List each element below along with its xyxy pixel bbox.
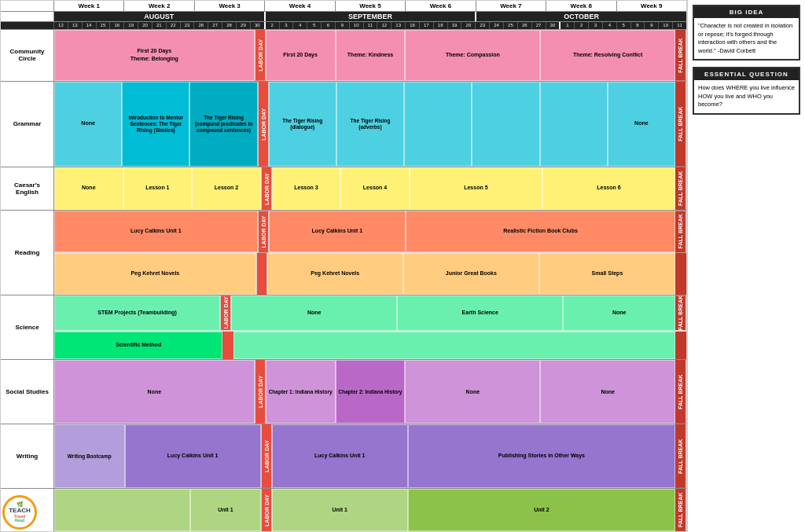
date: 19: [448, 22, 462, 29]
math-unit1-label: Unit 1: [190, 489, 261, 531]
october-header: OCTOBER: [476, 12, 686, 21]
big-idea-box: BIG IDEA "Character is not created in is…: [693, 5, 800, 61]
date: 23: [181, 22, 195, 29]
subject-writing: Writing: [1, 424, 54, 488]
date: 8: [631, 22, 645, 29]
date: 4: [293, 22, 307, 29]
science-earth-science: Earth Science: [397, 295, 563, 330]
week-3: Week 3: [195, 1, 265, 11]
date: 27: [208, 22, 222, 29]
date: 9: [645, 22, 659, 29]
essential-question-box: ESSENTIAL QUESTION How does WHERE you li…: [693, 67, 800, 115]
science-content: STEM Projects (Teambuilding) LABOR DAY N…: [54, 295, 686, 359]
curriculum-grid: Week 1 Week 2 Week 3 Week 4 Week 5 Week …: [0, 0, 687, 532]
week-7: Week 7: [476, 1, 546, 11]
date: 11: [673, 22, 686, 29]
week-8: Week 8: [546, 1, 616, 11]
big-idea-title: BIG IDEA: [694, 6, 799, 18]
date: 26: [194, 22, 208, 29]
writing-labor-day: LABOR DAY: [261, 424, 272, 488]
ss-fall-break: FALL BREAK: [675, 360, 686, 424]
corner-cell: [1, 1, 54, 11]
date: 10: [350, 22, 364, 29]
subject-math: Math 🌿 TEACH Travel Read: [1, 489, 54, 531]
community-circle-content: First 20 Days Theme: Belonging LABOR DAY…: [54, 30, 686, 81]
month-corner: [1, 12, 54, 21]
right-panel: BIG IDEA "Character is not created in is…: [687, 0, 805, 532]
date: 3: [280, 22, 294, 29]
date: 10: [659, 22, 673, 29]
date: 16: [406, 22, 420, 29]
date: 21: [153, 22, 167, 29]
social-studies-content: None LABOR DAY Chapter 1: Indiana Histor…: [54, 360, 686, 424]
date: 20: [461, 22, 476, 29]
week-4: Week 4: [265, 1, 335, 11]
date: 13: [68, 22, 83, 29]
date: 30: [251, 22, 266, 29]
reading-lucy-1: Lucy Calkins Unit 1: [54, 211, 258, 252]
reading-small-steps: Small Steps: [539, 253, 675, 295]
ce-lesson6: Lesson 6: [542, 167, 675, 210]
date: 27: [532, 22, 546, 29]
subject-caesars-english: Caesar's English: [1, 167, 54, 210]
ss-none-sep: None: [405, 360, 540, 424]
science-labor-day: LABOR DAY: [220, 295, 231, 330]
date: 2: [266, 22, 280, 29]
date: 18: [434, 22, 448, 29]
community-circle-row: Community Circle First 20 Days Theme: Be…: [1, 30, 686, 82]
ss-labor-day: LABOR DAY: [255, 360, 266, 424]
science-scientific-method: Scientific Method: [54, 332, 222, 360]
dates-row: 12 13 14 15 16 19 20 21 22 23 26 27 28 2…: [1, 22, 686, 30]
date: 23: [476, 22, 490, 29]
ce-fall-break: FALL BREAK: [675, 167, 686, 210]
ce-none: None: [54, 167, 123, 210]
science-filler: [233, 332, 675, 360]
fall-break-bar: FALL BREAK: [675, 30, 686, 81]
subject-social-studies: Social Studies: [1, 360, 54, 424]
reading-peg-kehret-2: Peg Kehret Novels: [267, 253, 403, 295]
math-unit2: Unit 2: [408, 489, 675, 531]
science-fall-break: FALL BREAK: [675, 295, 686, 330]
ce-lesson2: Lesson 2: [192, 167, 261, 210]
week-5: Week 5: [336, 1, 406, 11]
date: 11: [364, 22, 378, 29]
ce-lesson5: Lesson 5: [410, 167, 542, 210]
week-1: Week 1: [54, 1, 124, 11]
first-20-days-sep: First 20 Days: [266, 30, 336, 81]
date: 2: [575, 22, 589, 29]
reading-lucy-2: Lucy Calkins Unit 1: [269, 211, 406, 252]
date: 17: [420, 22, 434, 29]
grammar-teal-4: [472, 82, 539, 167]
first-20-days-label: First 20 Days: [138, 48, 172, 54]
week-header-row: Week 1 Week 2 Week 3 Week 4 Week 5 Week …: [1, 1, 686, 12]
date: 22: [167, 22, 181, 29]
grammar-teal-5: [540, 82, 608, 167]
grammar-fall-break: FALL BREAK: [675, 82, 686, 167]
reading-content: Lucy Calkins Unit 1 LABOR DAY Lucy Calki…: [54, 211, 686, 295]
grammar-teal-3: [404, 82, 472, 167]
week-2: Week 2: [124, 1, 194, 11]
science-none-2: None: [563, 295, 675, 330]
math-content: Unit 1 LABOR DAY Unit 1 Unit 2 FALL BREA…: [54, 489, 686, 531]
grammar-labor-day: LABOR DAY: [258, 82, 269, 167]
caesars-english-row: Caesar's English None Lesson 1 Lesson 2 …: [1, 167, 686, 211]
first-20-days-aug: First 20 Days Theme: Belonging: [54, 30, 255, 81]
writing-content: Writing Bootcamp Lucy Calkins Unit 1 LAB…: [54, 424, 686, 488]
subject-science: Science: [1, 295, 54, 359]
date: 30: [546, 22, 561, 29]
theme-compassion: Theme: Compassion: [405, 30, 540, 81]
writing-lucy-1: Lucy Calkins Unit 1: [125, 424, 261, 488]
grammar-tiger-rising-dialogue: The Tiger Rising (dialogue): [269, 82, 336, 167]
ce-lesson3: Lesson 3: [272, 167, 341, 210]
reading-junior-great: Junior Great Books: [403, 253, 539, 295]
date: 25: [504, 22, 518, 29]
dates-corner: [1, 22, 54, 29]
math-unit1-sep: Unit 1: [272, 489, 408, 531]
date: 5: [617, 22, 631, 29]
date: 15: [97, 22, 111, 29]
math-labor-day: LABOR DAY: [261, 489, 272, 531]
big-idea-content: "Character is not created in isolation o…: [694, 18, 799, 59]
date: 3: [589, 22, 603, 29]
august-header: AUGUST: [54, 12, 266, 21]
writing-lucy-2: Lucy Calkins Unit 1: [272, 424, 408, 488]
